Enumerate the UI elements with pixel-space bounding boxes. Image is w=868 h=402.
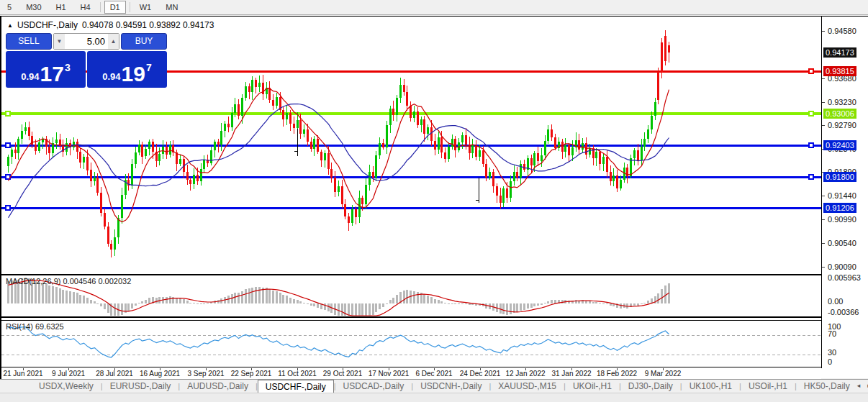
candle — [83, 157, 85, 163]
volume-input[interactable] — [65, 34, 108, 49]
indicator-axis-label: 0.005963 — [828, 273, 861, 282]
buy-price-display[interactable]: 0.94 19 7 — [87, 51, 167, 88]
symbol-period-label: USDCHF-,Daily — [17, 20, 78, 30]
tab-ukoil-h1[interactable]: UKOil-,H1 — [566, 380, 619, 393]
candle — [100, 193, 102, 213]
macd-histogram-bar — [248, 288, 250, 303]
candle — [427, 127, 429, 134]
candle — [121, 195, 123, 218]
candle — [496, 186, 498, 195]
candle — [189, 180, 191, 185]
hline-anchor[interactable] — [6, 143, 10, 147]
tab-usdx-weekly[interactable]: USDX,Weekly — [32, 380, 101, 393]
macd-histogram-bar — [647, 301, 649, 303]
candle — [282, 110, 284, 119]
candle — [485, 164, 487, 178]
hline-object-0.92403[interactable] — [1, 145, 821, 147]
candle — [544, 141, 546, 155]
current-price-badge: 0.94173 — [823, 47, 856, 58]
volume-decrease-icon[interactable]: ▼ — [54, 34, 65, 49]
macd-histogram-bar — [135, 303, 137, 306]
candle — [561, 142, 564, 152]
macd-histogram-bar — [417, 292, 419, 303]
tab-usoil-h1[interactable]: USOil-,H1 — [741, 380, 795, 393]
hline-object-0.91206[interactable] — [1, 207, 821, 209]
candle — [193, 175, 195, 184]
macd-histogram-bar — [45, 284, 48, 303]
tab-hk50-daily[interactable]: HK50-,Daily — [797, 380, 857, 393]
candle — [630, 158, 632, 175]
timeframe-button-m30[interactable]: M30 — [20, 1, 47, 14]
macd-histogram-bar — [434, 299, 436, 303]
sell-button[interactable]: SELL — [6, 33, 52, 50]
rsi-panel[interactable]: RSI(14) 69.6325 — [1, 320, 821, 367]
candle — [396, 98, 398, 115]
sell-price-main: 17 — [40, 63, 64, 85]
candle — [110, 244, 112, 250]
macd-histogram-bar — [637, 303, 639, 306]
timeframe-button-h1[interactable]: H1 — [50, 1, 72, 14]
buy-button[interactable]: BUY — [121, 33, 167, 50]
macd-histogram-bar — [392, 298, 394, 303]
hline-anchor[interactable] — [809, 111, 813, 116]
timeframe-button-d1[interactable]: D1 — [104, 1, 126, 14]
toolbar-separator — [130, 2, 130, 12]
date-axis-label: 12 Jan 2022 — [505, 370, 545, 378]
candle — [430, 127, 433, 142]
candle — [454, 139, 456, 150]
macd-histogram-bar — [255, 287, 257, 303]
status-strip — [0, 393, 868, 402]
candle — [492, 172, 494, 186]
candle — [107, 227, 109, 243]
candle — [248, 86, 250, 92]
price-axis[interactable]: 0.945800.936800.932300.927900.923400.918… — [821, 17, 868, 368]
candle — [578, 140, 580, 150]
tab-uk100-h1[interactable]: UK100-,H1 — [682, 380, 739, 393]
macd-histogram-bar — [461, 303, 464, 304]
tab-xauusd-m15[interactable]: XAUUSD-,M15 — [491, 380, 564, 393]
hline-anchor[interactable] — [809, 175, 813, 179]
collapse-widget-icon[interactable]: ▲ — [7, 22, 13, 29]
macd-histogram-bar — [241, 291, 243, 303]
hline-anchor[interactable] — [809, 143, 813, 147]
candle — [286, 113, 288, 119]
hline-anchor[interactable] — [6, 111, 10, 116]
macd-histogram-bar — [544, 303, 546, 303]
candle — [158, 154, 161, 161]
candle — [293, 124, 295, 128]
tab-scroll-left-icon[interactable]: ◂ — [857, 382, 861, 393]
tab-dj30-daily[interactable]: DJ30-,Daily — [621, 380, 680, 393]
candle — [438, 137, 440, 150]
sell-price-display[interactable]: 0.94 17 3 — [6, 51, 86, 88]
candle — [145, 149, 147, 156]
volume-increase-icon[interactable]: ▲ — [108, 34, 119, 49]
macd-panel[interactable]: MACD(12,26,9) 0.004546 0.002032 — [1, 274, 821, 318]
candle — [502, 188, 505, 203]
candle — [585, 143, 587, 155]
hline-object-0.91800[interactable] — [1, 176, 821, 178]
price-panel[interactable]: ▲ USDCHF-,Daily 0.94078 0.94591 0.93892 … — [1, 17, 821, 273]
candle — [327, 153, 330, 169]
candle — [413, 111, 415, 119]
hline-anchor[interactable] — [809, 69, 813, 73]
sell-price-pip: 3 — [65, 62, 71, 73]
candle — [320, 152, 322, 160]
timeframe-button-w1[interactable]: W1 — [134, 1, 158, 14]
macd-histogram-bar — [313, 303, 315, 306]
macd-histogram-bar — [207, 303, 209, 303]
macd-histogram-bar — [440, 301, 443, 303]
macd-histogram-bar — [114, 303, 116, 316]
macd-histogram-bar — [413, 291, 415, 304]
timeframe-button-h4[interactable]: H4 — [75, 1, 96, 14]
hline-anchor[interactable] — [6, 206, 10, 210]
macd-histogram-bar — [276, 291, 278, 303]
candle — [231, 113, 233, 127]
tab-eurusd-daily[interactable]: EURUSD-,Daily — [103, 380, 178, 393]
tab-usdchf-daily[interactable]: USDCHF-,Daily — [258, 380, 334, 393]
candle — [220, 131, 222, 145]
timeframe-button-mn[interactable]: MN — [160, 1, 184, 14]
tab-usdcnh-daily[interactable]: USDCNH-,Daily — [413, 380, 489, 393]
timeframe-button-5[interactable]: 5 — [1, 1, 17, 14]
tab-audusd-daily[interactable]: AUDUSD-,Daily — [180, 380, 256, 393]
tab-usdcad-daily[interactable]: USDCAD-,Daily — [336, 380, 412, 393]
